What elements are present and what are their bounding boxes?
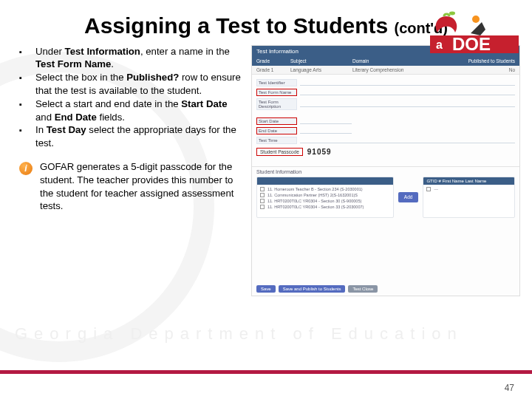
app-screenshot: Test Information Grade Subject Domain Pu… [251, 45, 520, 296]
svg-point-0 [449, 12, 455, 16]
checkbox-icon[interactable] [260, 187, 265, 191]
field-test-form-name[interactable] [300, 89, 515, 95]
passcode-value: 91059 [307, 148, 332, 156]
label-test-form-name: Test Form Name [256, 89, 297, 96]
footer-accent-bar [0, 370, 532, 374]
info-note: i GOFAR generates a 5-digit passcode for… [19, 160, 241, 213]
bullet-item: ▪ Select a start and end date in the Sta… [19, 98, 241, 124]
field-start-date[interactable] [300, 117, 352, 124]
checkbox-icon[interactable] [260, 193, 265, 197]
class-list-panel: 11. Homeroom Teacher B - Section 234 (S-… [256, 177, 394, 218]
gadoe-logo: a DOE [430, 9, 519, 53]
bullet-icon: ▪ [19, 98, 35, 124]
field-test-time[interactable] [300, 137, 515, 143]
label-end-date: End Date [256, 127, 297, 134]
svg-point-1 [472, 16, 480, 23]
publish-button[interactable]: Save and Publish to Students [279, 285, 346, 293]
label-start-date: Start Date [256, 117, 297, 125]
field-description[interactable] [300, 100, 515, 107]
checkbox-icon[interactable] [260, 199, 265, 203]
bullet-item: ▪ In Test Day select the appropriate day… [19, 123, 241, 150]
checkbox-icon[interactable] [260, 205, 265, 209]
field-end-date[interactable] [300, 127, 352, 134]
title-main: Assigning a Test to Students [84, 13, 388, 38]
svg-text:DOE: DOE [452, 34, 491, 53]
page-number: 47 [505, 383, 514, 393]
instruction-column: ▪ Under Test Information, enter a name i… [19, 45, 241, 296]
bullet-icon: ▪ [19, 71, 35, 98]
bullet-icon: ▪ [19, 45, 35, 72]
bullet-item: ▪ Under Test Information, enter a name i… [19, 45, 241, 72]
bullet-item: ▪ Select the box in the Published? row t… [19, 71, 241, 98]
selected-students-panel: GTID # First Name Last Name — [423, 177, 515, 218]
info-text: GOFAR generates a 5-digit passcode for t… [40, 160, 241, 213]
checkbox-icon[interactable] [426, 187, 431, 191]
close-button[interactable]: Test Close [348, 285, 378, 293]
save-button[interactable]: Save [256, 285, 276, 293]
bullet-icon: ▪ [19, 123, 35, 150]
field-test-identifier[interactable] [300, 79, 515, 86]
add-button[interactable]: Add [398, 192, 419, 202]
label-passcode: Student Passcode [256, 148, 303, 156]
svg-text:a: a [436, 38, 443, 51]
info-icon: i [19, 162, 33, 175]
student-info-heading: Student Information [252, 167, 519, 177]
